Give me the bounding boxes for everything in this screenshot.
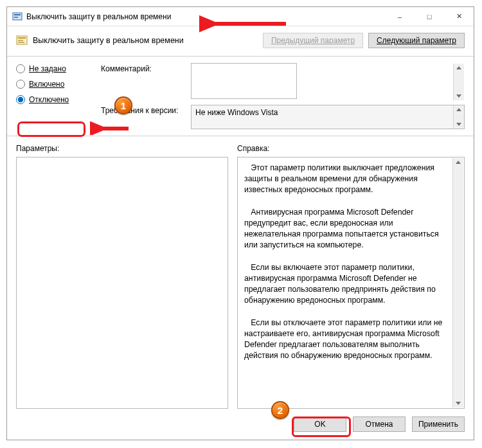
cancel-button[interactable]: Отмена xyxy=(353,417,406,432)
policy-header: Выключить защиту в реальном времени Пред… xyxy=(7,26,474,55)
scrollbar-icon[interactable] xyxy=(452,158,463,408)
scrollbar-icon[interactable] xyxy=(453,64,464,100)
close-button[interactable]: ✕ xyxy=(444,7,474,26)
radio-disabled-label: Отключено xyxy=(29,95,69,104)
maximize-button[interactable]: □ xyxy=(415,7,444,26)
window-title: Выключить защиту в реальном времени xyxy=(26,12,171,21)
radio-enabled[interactable]: Включено xyxy=(16,80,92,89)
options-label: Параметры: xyxy=(16,144,228,153)
svg-rect-1 xyxy=(14,14,21,15)
radio-enabled-label: Включено xyxy=(29,80,64,89)
radio-not-configured-input[interactable] xyxy=(16,64,25,73)
requirements-box: Не ниже Windows Vista xyxy=(191,105,465,129)
svg-rect-4 xyxy=(18,37,26,39)
annotation-badge-1: 1 xyxy=(114,96,132,114)
svg-rect-0 xyxy=(13,13,22,20)
dialog-buttons: OK Отмена Применить xyxy=(7,409,474,440)
radio-not-configured-label: Не задано xyxy=(29,64,66,73)
minimize-button[interactable]: – xyxy=(385,7,415,26)
previous-setting-button[interactable]: Предыдущий параметр xyxy=(263,33,363,48)
state-radio-group: Не задано Включено Отключено xyxy=(16,63,92,129)
policy-header-icon xyxy=(16,35,28,46)
policy-editor-window: Выключить защиту в реальном времени – □ … xyxy=(6,6,474,440)
radio-not-configured[interactable]: Не задано xyxy=(16,64,92,73)
apply-button[interactable]: Применить xyxy=(412,417,465,432)
config-area: Не задано Включено Отключено Комментарий… xyxy=(7,58,474,129)
main-panels: Параметры: Справка: Этот параметр полити… xyxy=(7,138,474,409)
requirements-label: Требования к версии: xyxy=(101,105,184,129)
next-setting-button[interactable]: Следующий параметр xyxy=(368,33,465,48)
comment-textarea[interactable] xyxy=(191,63,297,99)
radio-disabled-input[interactable] xyxy=(16,95,25,104)
help-text: Этот параметр политики выключает предлож… xyxy=(238,157,464,367)
comment-label: Комментарий: xyxy=(101,63,184,101)
radio-enabled-input[interactable] xyxy=(16,80,25,89)
annotation-highlight-radio xyxy=(17,121,85,137)
policy-icon xyxy=(12,12,22,22)
divider xyxy=(7,56,474,57)
annotation-highlight-ok xyxy=(292,417,351,437)
scrollbar-icon[interactable] xyxy=(453,105,464,129)
titlebar: Выключить защиту в реальном времени – □ … xyxy=(7,7,474,26)
radio-disabled[interactable]: Отключено xyxy=(16,95,92,104)
svg-rect-2 xyxy=(14,17,18,18)
help-panel: Этот параметр политики выключает предлож… xyxy=(237,157,465,409)
svg-rect-6 xyxy=(18,42,24,43)
annotation-badge-2: 2 xyxy=(271,401,289,419)
help-label: Справка: xyxy=(237,144,465,153)
policy-name: Выключить защиту в реальном времени xyxy=(33,36,258,45)
svg-rect-5 xyxy=(18,40,23,41)
options-panel xyxy=(16,157,228,409)
